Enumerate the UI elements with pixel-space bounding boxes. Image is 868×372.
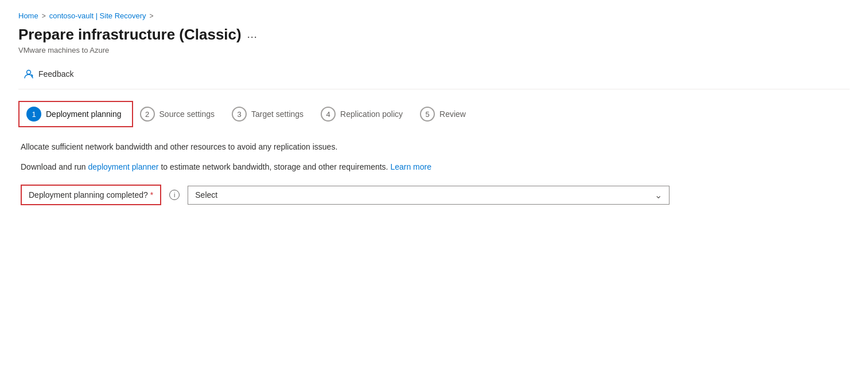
breadcrumb-sep-2: > [150, 12, 154, 20]
more-options-icon[interactable]: ... [247, 29, 258, 41]
svg-point-0 [27, 71, 31, 75]
feedback-button[interactable]: Feedback [18, 66, 78, 82]
step-5-circle: 5 [420, 107, 435, 122]
form-row: Deployment planning completed? * i Selec… [21, 185, 847, 205]
step-4-circle: 4 [321, 107, 336, 122]
required-star: * [150, 190, 153, 199]
step-deployment-planning[interactable]: 1 Deployment planning [18, 101, 133, 127]
step-3-label: Target settings [251, 109, 303, 119]
toolbar: Feedback [18, 62, 850, 89]
breadcrumb-home[interactable]: Home [18, 11, 38, 20]
deployment-planning-label-box: Deployment planning completed? * [21, 185, 161, 205]
step-replication-policy[interactable]: 4 Replication policy [314, 102, 413, 126]
step-source-settings[interactable]: 2 Source settings [133, 102, 225, 126]
step-target-settings[interactable]: 3 Target settings [225, 102, 314, 126]
page-title-row: Prepare infrastructure (Classic) ... [18, 26, 850, 44]
feedback-icon [23, 68, 34, 80]
page-title: Prepare infrastructure (Classic) [18, 26, 242, 44]
select-dropdown[interactable]: Select ⌄ [188, 186, 670, 205]
content-area: Allocate sufficient network bandwidth an… [18, 141, 850, 205]
breadcrumb-vault[interactable]: contoso-vault | Site Recovery [49, 11, 146, 20]
page-subtitle: VMware machines to Azure [18, 46, 850, 54]
step-1-label: Deployment planning [46, 109, 122, 119]
deployment-planning-label: Deployment planning completed? [29, 190, 148, 199]
step-5-label: Review [439, 109, 466, 119]
description-2-middle: to estimate network bandwidth, storage a… [159, 162, 391, 171]
chevron-down-icon: ⌄ [655, 190, 662, 201]
page-container: Home > contoso-vault | Site Recovery > P… [0, 0, 868, 217]
learn-more-link[interactable]: Learn more [390, 162, 431, 171]
step-2-circle: 2 [140, 107, 155, 122]
description-1: Allocate sufficient network bandwidth an… [21, 141, 847, 153]
step-2-label: Source settings [159, 109, 215, 119]
description-2: Download and run deployment planner to e… [21, 161, 847, 173]
breadcrumb: Home > contoso-vault | Site Recovery > [18, 11, 850, 20]
info-icon[interactable]: i [169, 190, 180, 200]
select-placeholder: Select [195, 190, 217, 199]
feedback-label: Feedback [38, 69, 73, 79]
step-review[interactable]: 5 Review [413, 102, 476, 126]
step-3-circle: 3 [232, 107, 247, 122]
step-4-label: Replication policy [340, 109, 403, 119]
breadcrumb-sep-1: > [42, 12, 46, 20]
wizard-steps: 1 Deployment planning 2 Source settings … [18, 101, 850, 127]
description-2-prefix: Download and run [21, 162, 88, 171]
step-1-circle: 1 [26, 107, 41, 122]
deployment-planner-link[interactable]: deployment planner [88, 162, 159, 171]
